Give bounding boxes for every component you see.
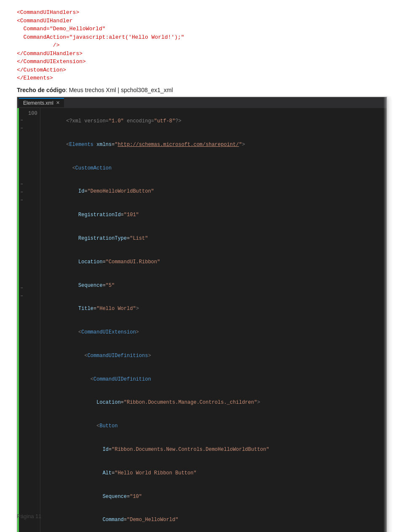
gutter-item-25: [19, 348, 25, 356]
code-line-18: Command="Demo_HelloWorld": [42, 508, 383, 532]
code-line-6: RegistrationType="List": [42, 227, 383, 250]
code-line-12: <CommandUIDefinition: [42, 368, 383, 391]
line-numbers: 100: [25, 108, 40, 532]
gutter-collapse-2[interactable]: −: [19, 124, 25, 132]
code-line-15: Id="Ribbon.Documents.New.Controls.DemoHe…: [42, 438, 383, 461]
section-label: Trecho de código: Meus trechos Xml | spc…: [17, 87, 387, 93]
gutter-item-16: [19, 260, 25, 268]
top-code-line-2: <CommandUIHandler: [17, 17, 387, 25]
code-line-4: Id="DemoHelloWorldButton": [42, 180, 383, 204]
gutter-item-3: [19, 132, 25, 140]
gutter-item-22: [19, 324, 25, 332]
code-area: <?xml version="1.0" encoding="utf-8"?> <…: [40, 108, 387, 532]
code-line-16: Alt="Hello World Ribbon Button": [42, 461, 383, 485]
gutter-item-10: [19, 212, 25, 220]
code-line-8: Sequence="5": [42, 274, 383, 297]
gutter-item-11: [19, 220, 25, 228]
top-code-line-7: </CommandUIExtension>: [17, 58, 387, 66]
top-code-line-4: CommandAction="javascript:alert('Hello W…: [17, 33, 387, 42]
code-line-2: <Elements xmlns="http://schemas.microsof…: [42, 133, 383, 156]
gutter-collapse-1[interactable]: −: [19, 116, 25, 124]
gutter-item-17: [19, 268, 25, 276]
gutter-item-19: [19, 300, 25, 308]
code-line-10: <CommandUIExtension>: [42, 321, 383, 344]
code-line-17: Sequence="10": [42, 485, 383, 508]
editor-tab[interactable]: Elements.xml ✕: [19, 98, 64, 107]
gutter-item-21: [19, 316, 25, 324]
code-line-3: <CustomAction: [42, 156, 383, 180]
top-code-line-8: </CustomAction>: [17, 66, 387, 74]
gutter-item-1: [19, 108, 25, 116]
top-code-line-6: </CommandUIHandlers>: [17, 50, 387, 58]
gutter-item-4: [19, 140, 25, 148]
code-line-11: <CommandUIDefinitions>: [42, 344, 383, 368]
editor-tab-label: Elements.xml: [23, 100, 53, 106]
editor-tab-close[interactable]: ✕: [56, 100, 60, 106]
editor-content: − − − − − − −: [17, 108, 387, 532]
page-number: Página 11: [17, 513, 42, 519]
code-line-7: Location="CommandUI.Ribbon": [42, 250, 383, 274]
code-line-9: Title="Hello World">: [42, 297, 383, 321]
line-num: 100: [28, 110, 37, 118]
top-code-line-5: />: [17, 41, 387, 50]
gutter-collapse-7[interactable]: −: [19, 292, 25, 300]
gutter-item-18: [19, 276, 25, 284]
gutter-collapse-6[interactable]: −: [19, 284, 25, 292]
gutter-collapse-3[interactable]: −: [19, 180, 25, 188]
gutter-item-5: [19, 148, 25, 156]
gutter-item-20: [19, 308, 25, 316]
section-label-text: : Meus trechos Xml | spchol308_ex1_xml: [66, 87, 173, 93]
code-line-14: <Button: [42, 415, 383, 438]
gutter-item-6: [19, 156, 25, 164]
top-code-block: <CommandUIHandlers> <CommandUIHandler Co…: [17, 8, 387, 82]
gutter-item-23: [19, 332, 25, 340]
gutter-item-12: [19, 228, 25, 236]
code-line-13: Location="Ribbon.Documents.Manage.Contro…: [42, 391, 383, 415]
gutter-collapse-4[interactable]: −: [19, 188, 25, 196]
gutter-collapse-5[interactable]: −: [19, 196, 25, 204]
gutter-item-8: [19, 172, 25, 180]
gutter-item-13: [19, 236, 25, 244]
gutter: − − − − − − −: [19, 108, 25, 532]
gutter-item-15: [19, 252, 25, 260]
top-code-line-9: </Elements>: [17, 74, 387, 82]
section-label-prefix: Trecho de código: [17, 87, 66, 93]
gutter-item-24: [19, 340, 25, 348]
editor-tab-bar: Elements.xml ✕: [17, 97, 387, 108]
page-footer: Página 11: [17, 513, 42, 519]
gutter-item-7: [19, 164, 25, 172]
gutter-item-14: [19, 244, 25, 252]
code-line-5: RegistrationId="101": [42, 204, 383, 227]
top-code-line-3: Command="Demo_HelloWorld": [17, 25, 387, 33]
top-code-line-1: <CommandUIHandlers>: [17, 8, 387, 17]
code-line-1: <?xml version="1.0" encoding="utf-8"?>: [42, 110, 383, 133]
gutter-item-9: [19, 204, 25, 212]
editor-panel: Elements.xml ✕ − − − − −: [17, 97, 387, 532]
